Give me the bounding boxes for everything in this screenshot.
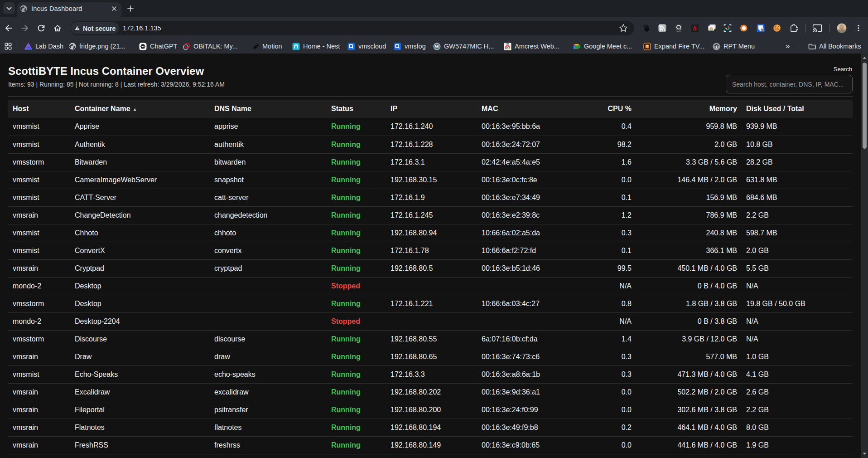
svg-text:W: W — [434, 44, 439, 49]
svg-text:T: T — [646, 44, 648, 49]
svg-text:h: h — [693, 25, 697, 32]
